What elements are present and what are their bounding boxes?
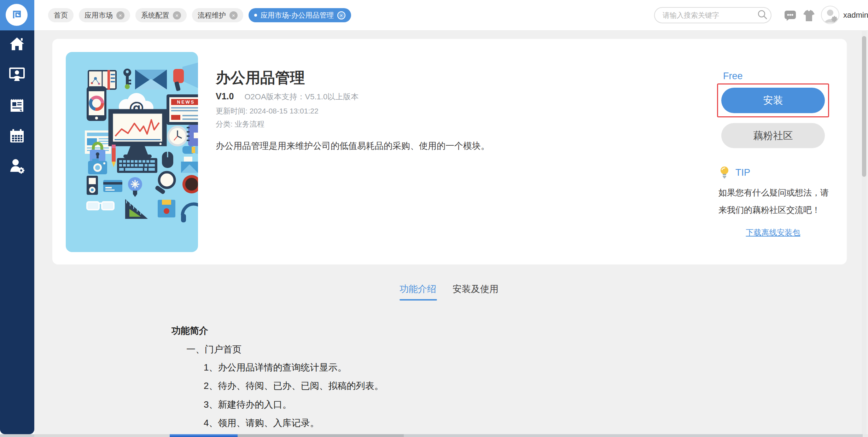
- version-number: V1.0: [216, 91, 234, 101]
- list-item: 2、待办、待阅、已办、已阅、拟稿的列表。: [204, 380, 383, 392]
- version-support: O2OA版本支持：V5.1.0以上版本: [244, 92, 359, 102]
- notebook-icon: [187, 125, 198, 146]
- avatar[interactable]: [821, 6, 839, 24]
- top-bar: 首页 应用市场 × 系统配置 × 流程维护 × 应用市场-办公用品管理 ×: [34, 0, 868, 31]
- workspace-icon: [9, 68, 25, 82]
- tab-process-maintain[interactable]: 流程维护 ×: [192, 8, 243, 22]
- app-cover-image: @ NEWS: [66, 52, 198, 252]
- news-icon: [10, 98, 24, 113]
- active-dot-icon: [254, 14, 257, 17]
- active-tab-underline: [400, 299, 437, 301]
- theme-shirt-icon[interactable]: [802, 10, 816, 23]
- home-icon: [10, 37, 24, 51]
- scrollbar-corner: [863, 434, 868, 437]
- close-icon[interactable]: ×: [337, 11, 345, 19]
- tab-home[interactable]: 首页: [48, 8, 74, 22]
- close-icon[interactable]: ×: [116, 11, 124, 19]
- sidebar-item-user-settings[interactable]: [8, 158, 25, 175]
- clock-icon: [168, 127, 187, 145]
- o2oa-app-market-page: 首页 应用市场 × 系统配置 × 流程维护 × 应用市场-办公用品管理 ×: [0, 0, 868, 437]
- list-item: 1、办公用品详情的查询统计显示。: [204, 361, 346, 374]
- svg-text:NEWS: NEWS: [177, 99, 195, 105]
- tab-home-label: 首页: [54, 11, 68, 20]
- section-title: 功能简介: [171, 325, 208, 337]
- vertical-scrollbar-thumb[interactable]: [862, 36, 866, 177]
- install-button[interactable]: 安装: [721, 88, 825, 113]
- username[interactable]: xadmin: [843, 11, 868, 20]
- sidebar-nav: 100%: [0, 30, 34, 434]
- sidebar-item-home[interactable]: [8, 35, 25, 52]
- user-settings-icon: [9, 158, 25, 174]
- keyboard-icon: [117, 158, 157, 173]
- tip-header: TIP: [720, 166, 750, 179]
- subsection-title: 一、门户首页: [186, 343, 241, 356]
- tip-text: 如果您有什么疑问或想法，请来我们的藕粉社区交流吧！: [718, 184, 831, 218]
- logo-block[interactable]: [0, 0, 34, 30]
- app-description: 办公用品管理是用来维护公司的低值易耗品的采购、使用的一个模块。: [216, 140, 490, 152]
- tab-office-supplies-label: 应用市场-办公用品管理: [261, 11, 334, 20]
- tab-install-usage[interactable]: 安装及使用: [453, 283, 499, 295]
- version-row: V1.0 O2OA版本支持：V5.1.0以上版本: [216, 91, 359, 102]
- app-cover-illustration: @ NEWS: [66, 52, 198, 252]
- lightbulb-icon: [720, 166, 729, 179]
- phone-icon: [87, 86, 106, 121]
- floppy-icon: [158, 200, 175, 217]
- price-label: Free: [723, 71, 743, 82]
- tab-app-market-label: 应用市场: [85, 11, 113, 20]
- o2oa-logo-icon: [6, 4, 28, 26]
- usb-icon: [182, 146, 198, 154]
- messages-icon[interactable]: [784, 10, 797, 23]
- close-icon[interactable]: ×: [229, 11, 238, 19]
- sidebar-item-calendar[interactable]: [8, 127, 25, 144]
- sidebar-item-workspace[interactable]: [8, 66, 25, 83]
- news-tablet-icon: NEWS: [167, 94, 198, 125]
- tab-feature-intro[interactable]: 功能介绍: [400, 283, 436, 295]
- offline-package-link[interactable]: 下载离线安装包: [721, 227, 825, 238]
- horizontal-scrollbar-track-mid: [238, 434, 404, 437]
- horizontal-scrollbar-thumb[interactable]: [170, 434, 238, 437]
- envelope-icon: [135, 70, 167, 89]
- media-player-icon: [87, 176, 98, 195]
- community-button[interactable]: 藕粉社区: [721, 123, 825, 148]
- open-page-tabs: 首页 应用市场 × 系统配置 × 流程维护 × 应用市场-办公用品管理 ×: [48, 8, 351, 22]
- sidebar-item-news[interactable]: [8, 97, 25, 114]
- detail-tabs: 功能介绍 安装及使用: [400, 283, 499, 295]
- search-input[interactable]: [662, 11, 757, 20]
- calendar-icon: [10, 128, 24, 143]
- updated-time: 更新时间: 2024-08-15 13:01:22: [216, 106, 319, 116]
- tab-system-config[interactable]: 系统配置 ×: [135, 8, 187, 22]
- search-icon[interactable]: [757, 9, 768, 21]
- search-box: [654, 7, 771, 23]
- tab-system-config-label: 系统配置: [141, 11, 169, 20]
- mouse-icon: [162, 152, 173, 168]
- close-icon[interactable]: ×: [173, 11, 181, 19]
- credit-card-icon: [103, 180, 122, 192]
- tip-title: TIP: [735, 167, 750, 178]
- horizontal-scrollbar-track-light: [34, 434, 170, 437]
- list-item: 3、新建待办的入口。: [204, 398, 291, 411]
- category: 分类: 业务流程: [216, 119, 264, 129]
- app-title: 办公用品管理: [216, 68, 305, 88]
- tab-office-supplies-active[interactable]: 应用市场-办公用品管理 ×: [249, 8, 351, 22]
- list-item: 4、领用、请购、入库记录。: [204, 417, 319, 429]
- camera-icon: [88, 159, 107, 174]
- tab-process-maintain-label: 流程维护: [198, 11, 226, 20]
- tab-app-market[interactable]: 应用市场 ×: [79, 8, 130, 22]
